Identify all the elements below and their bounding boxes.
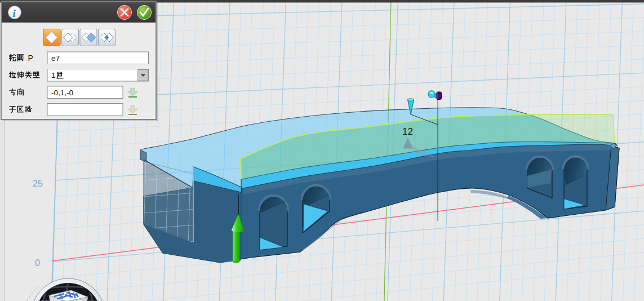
svg-text:0: 0 — [35, 258, 40, 268]
svg-text:-0,1,-0: -0,1,-0 — [51, 88, 73, 97]
svg-text:12: 12 — [402, 126, 413, 137]
svg-text:i: i — [13, 7, 16, 19]
svg-text:e7: e7 — [51, 54, 60, 63]
svg-text:1: 1 — [51, 71, 56, 79]
svg-text:25: 25 — [33, 179, 43, 188]
svg-text:P: P — [28, 54, 33, 63]
